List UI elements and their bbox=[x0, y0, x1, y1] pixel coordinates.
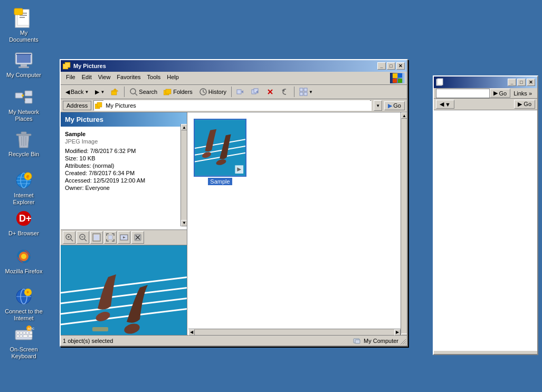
menu-bar: File Edit View Favorites Tools Help bbox=[61, 72, 407, 85]
svg-rect-47 bbox=[23, 335, 27, 337]
move-btn[interactable] bbox=[234, 86, 248, 98]
svg-rect-42 bbox=[23, 332, 25, 334]
second-maximize-btn[interactable]: □ bbox=[517, 79, 526, 86]
menu-favorites[interactable]: Favorites bbox=[113, 73, 144, 83]
menu-edit[interactable]: Edit bbox=[79, 73, 95, 83]
address-input[interactable] bbox=[103, 100, 370, 111]
horiz-scroll-right-btn[interactable]: ▶ bbox=[394, 329, 401, 336]
folders-btn[interactable]: Folders bbox=[161, 86, 195, 98]
second-close-btn[interactable]: ✕ bbox=[527, 79, 535, 86]
horiz-scrollbar[interactable]: ◀ ▶ bbox=[188, 329, 401, 335]
menu-file[interactable]: File bbox=[63, 73, 79, 83]
desktop-icon-recycle-bin[interactable]: Recycle Bin bbox=[3, 127, 45, 160]
svg-rect-44 bbox=[30, 332, 32, 334]
desktop-icon-network-places[interactable]: My Network Places bbox=[3, 84, 45, 125]
desktop-icon-my-documents[interactable]: My Documents bbox=[3, 5, 45, 45]
fit-window-btn[interactable] bbox=[104, 231, 117, 244]
copy-btn[interactable] bbox=[249, 86, 262, 98]
actual-size-btn[interactable] bbox=[90, 231, 103, 244]
window-content: My Pictures Sample JPEG Image Modified: … bbox=[61, 112, 407, 340]
desktop-icon-connect-internet[interactable]: + Connect to the Internet bbox=[3, 284, 45, 324]
svg-rect-46 bbox=[20, 335, 22, 337]
undo-btn[interactable] bbox=[278, 86, 292, 98]
menu-help[interactable]: Help bbox=[164, 73, 182, 83]
my-documents-label: My Documents bbox=[5, 30, 43, 43]
left-panel-header: My Pictures bbox=[61, 112, 187, 127]
second-links[interactable]: Links » bbox=[510, 90, 535, 97]
svg-rect-113 bbox=[355, 340, 360, 343]
history-btn[interactable]: History bbox=[196, 86, 229, 98]
delete-btn[interactable] bbox=[263, 86, 277, 98]
file-created: Created: 7/8/2017 6:34 PM bbox=[65, 170, 183, 176]
right-panel-scrollbar[interactable]: ▲ ▼ bbox=[401, 112, 407, 340]
second-window: _ □ ✕ ▶Go Links » ◀▼ ▶ Go bbox=[433, 75, 538, 355]
close-preview-btn[interactable] bbox=[131, 231, 144, 244]
svg-rect-48 bbox=[28, 335, 32, 337]
second-window-titlebar[interactable]: _ □ ✕ bbox=[434, 77, 537, 88]
scroll-track bbox=[181, 130, 187, 220]
scroll-down-btn[interactable]: ▼ bbox=[181, 220, 187, 226]
address-dropdown-btn[interactable]: ▼ bbox=[374, 100, 382, 111]
close-btn[interactable]: ✕ bbox=[396, 62, 405, 70]
main-window: My Pictures _ □ ✕ File Edit View Favorit… bbox=[60, 59, 408, 347]
scroll-up-btn[interactable]: ▲ bbox=[181, 124, 187, 130]
desktop-icon-firefox[interactable]: Mozilla Firefox bbox=[3, 244, 45, 277]
svg-point-16 bbox=[22, 94, 24, 97]
go-btn[interactable]: ▶ Go bbox=[384, 101, 405, 110]
forward-btn[interactable]: ▶ ▼ bbox=[92, 87, 107, 97]
second-go-btn[interactable]: ▶Go bbox=[490, 89, 510, 98]
desktop-icon-dplus-browser[interactable]: D+ D+ Browser bbox=[3, 206, 45, 239]
menu-view[interactable]: View bbox=[95, 73, 114, 83]
svg-line-83 bbox=[71, 239, 73, 241]
zoom-out-btn[interactable] bbox=[77, 231, 89, 244]
svg-text:e: e bbox=[26, 174, 30, 179]
main-window-title: My Pictures bbox=[73, 63, 106, 69]
second-minimize-btn[interactable]: _ bbox=[508, 79, 516, 86]
svg-rect-10 bbox=[16, 54, 31, 55]
recycle-bin-label: Recycle Bin bbox=[8, 151, 39, 158]
svg-rect-43 bbox=[26, 332, 28, 334]
right-panel: Sample bbox=[187, 112, 401, 340]
status-right: My Computer bbox=[353, 337, 398, 345]
svg-rect-91 bbox=[108, 235, 112, 240]
zoom-in-btn[interactable] bbox=[63, 231, 75, 244]
back-btn[interactable]: ◀ Back ▼ bbox=[63, 87, 91, 97]
desktop-icon-internet-explorer[interactable]: e Internet Explorer bbox=[3, 168, 45, 208]
search-btn[interactable]: Search bbox=[127, 86, 160, 98]
svg-rect-58 bbox=[398, 73, 402, 78]
resize-handle[interactable] bbox=[398, 337, 407, 346]
maximize-btn[interactable]: □ bbox=[387, 62, 395, 70]
right-scroll-up-btn[interactable]: ▲ bbox=[401, 112, 407, 119]
right-scroll-track bbox=[401, 119, 407, 333]
desktop-icon-onscreen-keyboard[interactable]: abc On-Screen Keyboard bbox=[3, 322, 45, 362]
views-btn[interactable]: ▼ bbox=[297, 86, 316, 98]
second-go2-btn[interactable]: ▶ Go bbox=[514, 100, 535, 109]
minimize-btn[interactable]: _ bbox=[377, 62, 386, 70]
svg-rect-77 bbox=[304, 88, 307, 91]
second-back-btn[interactable]: ◀▼ bbox=[436, 100, 454, 109]
svg-marker-71 bbox=[241, 90, 243, 93]
svg-rect-78 bbox=[300, 92, 303, 95]
main-window-titlebar[interactable]: My Pictures _ □ ✕ bbox=[61, 60, 407, 72]
file-info: Sample JPEG Image Modified: 7/8/2017 6:3… bbox=[61, 127, 187, 230]
folders-label: Folders bbox=[173, 89, 193, 95]
thumbnail-image bbox=[194, 119, 246, 177]
keyboard-label: On-Screen Keyboard bbox=[5, 346, 43, 360]
svg-rect-60 bbox=[398, 79, 402, 83]
desktop-icon-my-computer[interactable]: My Computer bbox=[3, 47, 45, 81]
svg-rect-52 bbox=[438, 79, 443, 85]
horiz-scroll-left-btn[interactable]: ◀ bbox=[188, 329, 195, 336]
menu-tools[interactable]: Tools bbox=[144, 73, 164, 83]
file-modified: Modified: 7/8/2017 6:32 PM bbox=[65, 148, 183, 154]
file-name: Sample bbox=[65, 131, 183, 137]
file-thumbnail-sample[interactable]: Sample bbox=[192, 117, 249, 187]
status-bar: 1 object(s) selected My Computer bbox=[61, 335, 407, 346]
left-panel-scrollbar[interactable]: ▲ ▼ bbox=[180, 124, 187, 226]
svg-text:+: + bbox=[26, 290, 29, 295]
file-type: JPEG Image bbox=[65, 138, 183, 145]
network-places-label: My Network Places bbox=[5, 109, 43, 122]
up-btn[interactable] bbox=[108, 86, 122, 98]
preview-toolbar bbox=[61, 230, 187, 245]
slideshow-btn[interactable] bbox=[118, 231, 130, 244]
svg-rect-12 bbox=[25, 91, 32, 96]
